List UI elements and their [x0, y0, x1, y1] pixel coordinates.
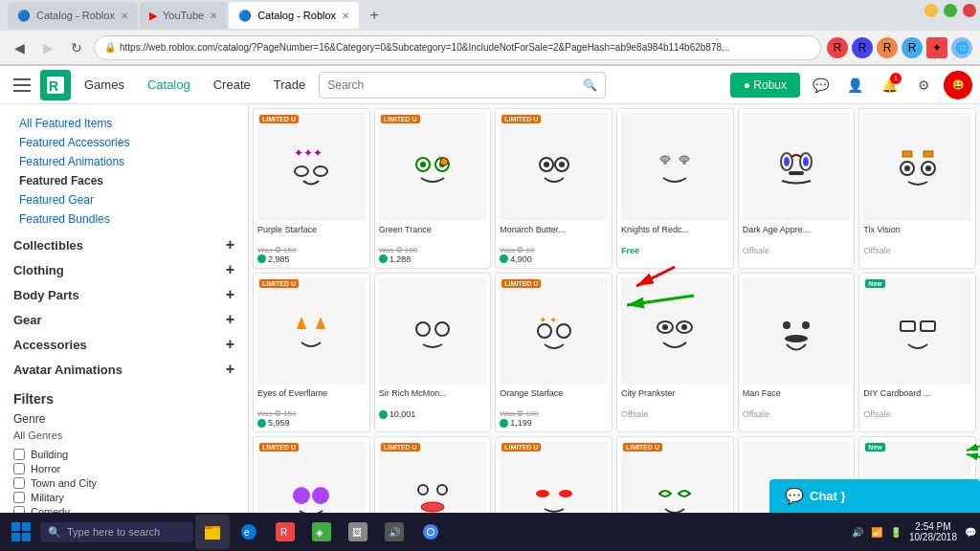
forward-button[interactable]: ▶ [36, 36, 59, 59]
search-input[interactable] [327, 78, 583, 92]
tab-2[interactable]: 🔵 Catalog - Roblox ✕ [229, 2, 359, 29]
item-green-trance[interactable]: LIMITED U Green Trance Was ✪ 100 1,288 [374, 108, 492, 269]
sidebar-accessories[interactable]: Accessories + [0, 332, 248, 357]
item-city-prankster[interactable]: City Prankster Offsale [616, 273, 734, 433]
games-link[interactable]: Games [75, 66, 134, 104]
reload-button[interactable]: ↻ [65, 36, 88, 59]
ext-icon-4[interactable]: R [902, 37, 923, 58]
genre-horror[interactable]: Horror [13, 463, 234, 474]
create-link[interactable]: Create [204, 66, 260, 104]
item-dark-age[interactable]: Dark Age Appre... Offsale [738, 108, 856, 269]
taskbar-app-3[interactable]: R [268, 515, 302, 549]
tab-0-close[interactable]: ✕ [121, 11, 128, 21]
search-icon[interactable]: 🔍 [583, 78, 597, 92]
sidebar-all-featured[interactable]: All Featured Items [0, 114, 248, 133]
taskbar-search[interactable]: 🔍 Type here to search [40, 522, 193, 542]
browser-chrome: 🔵 Catalog - Roblox ✕ ▶ YouTube ✕ 🔵 Catal… [0, 0, 980, 66]
ext-icon-6[interactable]: 🌐 [951, 37, 972, 58]
military-checkbox[interactable] [13, 492, 25, 503]
roblox-logo[interactable]: R [40, 70, 71, 100]
item-name-3: Knights of Redc... [621, 225, 729, 246]
genre-building[interactable]: Building [13, 449, 234, 460]
tab-2-close[interactable]: ✕ [342, 11, 349, 21]
sidebar-gear[interactable]: Gear + [0, 307, 248, 332]
menu-hamburger[interactable] [8, 71, 36, 99]
ext-icon-3[interactable]: R [877, 37, 898, 58]
item-eyes-everflame[interactable]: LIMITED U Eyes of Everflame Was ✪ 150 5,… [253, 273, 370, 433]
sidebar-collectibles[interactable]: Collectibles + [0, 232, 248, 257]
tab-1-close[interactable]: ✕ [210, 11, 217, 21]
app-toolbar: R Games Catalog Create Trade 🔍 ● Robux 💬… [0, 66, 980, 104]
svg-text:R: R [280, 527, 287, 538]
profile-icon[interactable]: 👤 [840, 71, 869, 99]
taskbar-chrome[interactable] [413, 515, 448, 549]
item-price-10: Offsale [743, 409, 851, 419]
town-city-checkbox[interactable] [13, 477, 25, 489]
taskbar-search-icon: 🔍 [48, 526, 61, 539]
chat-icon[interactable]: 💬 [806, 71, 835, 99]
item-monarch-butter[interactable]: LIMITED U Monarch Butter... Was ✪ 10 4,9… [495, 108, 612, 269]
search-bar[interactable]: 🔍 [319, 72, 606, 99]
start-button[interactable] [4, 515, 38, 549]
maximize-button[interactable] [944, 4, 957, 17]
address-bar[interactable]: 🔒 https://web.roblox.com/catalog/?PageNu… [94, 35, 821, 60]
item-purple-starface[interactable]: LIMITED U ✦✦✦ Purple Starface Was ✪ 150 … [253, 108, 370, 269]
item-name-11: DIY Cardboard ... [863, 388, 971, 409]
catalog-link[interactable]: Catalog [138, 66, 200, 104]
taskbar-app-6[interactable]: 🔊 [377, 515, 412, 549]
item-name-10: Man Face [743, 388, 851, 409]
item-sir-rich[interactable]: Sir Rich McMon... 10,001 [374, 273, 492, 433]
item-knights[interactable]: Knights of Redc... Free [616, 108, 734, 269]
sidebar-featured-faces[interactable]: Featured Faces [0, 171, 248, 190]
filters-title: Filters [13, 391, 234, 407]
robux-button[interactable]: ● Robux [730, 73, 800, 98]
sidebar-clothing[interactable]: Clothing + [0, 257, 248, 282]
item-thumb-1: LIMITED U [379, 113, 487, 221]
sidebar-avatar-animations[interactable]: Avatar Animations + [0, 357, 248, 382]
svg-point-24 [679, 156, 689, 162]
tab-1[interactable]: ▶ YouTube ✕ [140, 2, 227, 29]
close-button[interactable] [963, 4, 976, 17]
genre-select-value[interactable]: All Genres [13, 430, 234, 441]
ext-icon-5[interactable]: ✦ [926, 37, 947, 58]
svg-point-55 [802, 321, 810, 329]
item-man-face[interactable]: Man Face Offsale [738, 273, 856, 433]
sidebar-body-parts[interactable]: Body Parts + [0, 282, 248, 307]
svg-point-18 [544, 162, 549, 167]
trade-link[interactable]: Trade [264, 66, 315, 104]
taskbar-file-explorer[interactable] [195, 515, 230, 549]
new-tab-button[interactable]: + [361, 2, 388, 29]
badge-1: LIMITED U [381, 115, 420, 123]
svg-point-62 [312, 487, 329, 504]
sidebar-featured-bundles[interactable]: Featured Bundles [0, 209, 248, 229]
avatar-animations-expand-icon: + [226, 361, 234, 378]
accessories-expand-icon: + [226, 336, 234, 353]
taskbar-edge[interactable]: e [232, 515, 266, 549]
ext-icon-2[interactable]: R [852, 37, 873, 58]
genre-town-city[interactable]: Town and City [13, 477, 234, 489]
svg-point-106 [428, 529, 434, 535]
roblox-ext-icon[interactable]: R [827, 37, 848, 58]
taskbar-app-4[interactable]: ◈ [304, 515, 339, 549]
sidebar-featured-accessories[interactable]: Featured Accessories [0, 133, 248, 152]
svg-text:🔊: 🔊 [389, 526, 401, 539]
building-checkbox[interactable] [13, 449, 25, 460]
taskbar-app-5[interactable]: 🖼 [341, 515, 375, 549]
chat-bar[interactable]: 💬 Chat } [769, 479, 980, 513]
tab-0[interactable]: 🔵 Catalog - Roblox ✕ [8, 2, 138, 29]
item-orange-starface[interactable]: LIMITED U ✦ ✦ Orange Starface Was ✪ 100 … [495, 273, 612, 433]
minimize-button[interactable] [924, 4, 938, 17]
settings-icon[interactable]: ⚙ [909, 71, 938, 99]
sidebar-featured-gear[interactable]: Featured Gear [0, 190, 248, 209]
back-button[interactable]: ◀ [8, 36, 31, 59]
item-diy-cardboard[interactable]: New DIY Cardboard ... Offsale [858, 273, 976, 433]
horror-checkbox[interactable] [13, 463, 25, 474]
svg-point-28 [784, 157, 790, 166]
avatar-button[interactable]: 😀 [944, 71, 972, 99]
item-tix-vision[interactable]: Tix Vision Offsale [858, 108, 976, 269]
sidebar-featured-animations[interactable]: Featured Animations [0, 152, 248, 171]
genre-military[interactable]: Military [13, 492, 234, 503]
notification-icon[interactable]: 🔔 1 [875, 71, 903, 99]
genre-label: Genre [13, 412, 234, 426]
item-thumb-6: LIMITED U [257, 277, 366, 386]
